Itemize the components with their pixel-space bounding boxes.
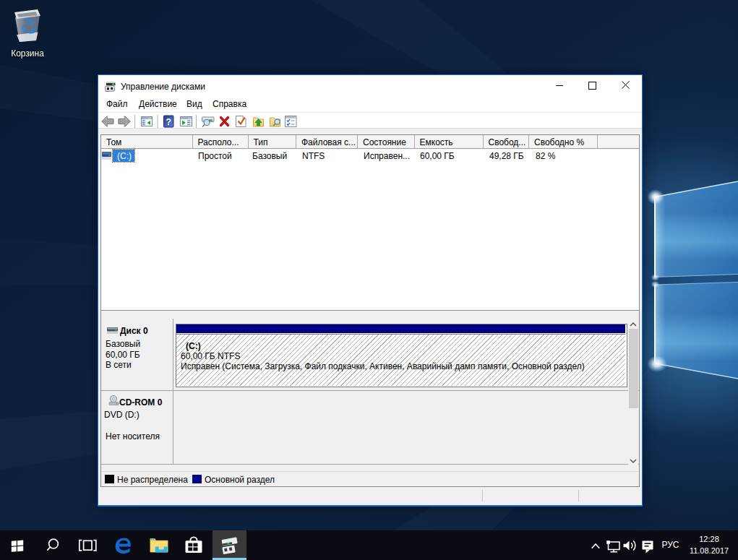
svg-text:?: ? [166, 117, 171, 127]
